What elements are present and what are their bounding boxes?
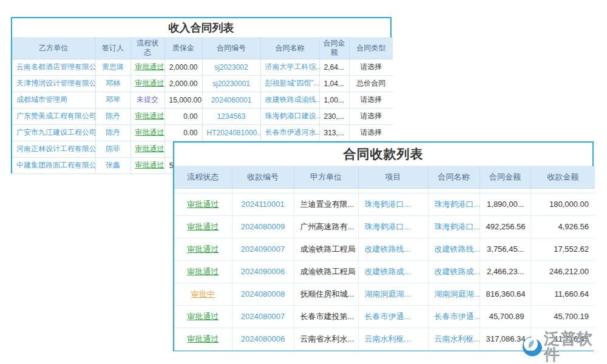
signer-cell[interactable]: 张鑫	[95, 157, 131, 174]
project-cell[interactable]: 改建铁路成...	[358, 260, 428, 283]
table-row: 审批中2024080008抚顺住房和城...湖南洞庭湖...湖南洞庭湖...81…	[174, 283, 595, 305]
status-cell[interactable]: 审批通过	[131, 157, 164, 174]
party-b-cell[interactable]: 河南正林设计工程有限公司	[12, 141, 95, 157]
contract-type-cell[interactable]: 请选择	[349, 124, 393, 141]
contract-no-cell[interactable]: 2024060001	[202, 92, 260, 108]
retention-cell: 2,000.00	[164, 59, 202, 75]
project-cell[interactable]: 珠海鹤港口...	[358, 215, 428, 238]
contract-name-cell[interactable]: 彭祖新城“四馆”...	[260, 75, 319, 92]
empty-cell	[480, 188, 531, 193]
status-cell[interactable]: 审批通过	[131, 141, 164, 157]
col-header-retention: 质保金	[164, 38, 202, 59]
retention-cell: 0.00	[164, 108, 202, 124]
party-b-cell[interactable]: 广东赞美成工程有限公司	[12, 108, 95, 124]
party-b-cell[interactable]: 中建集团路面工程有限公司	[12, 157, 95, 174]
party-b-cell[interactable]: 成都城市管理局	[12, 92, 95, 108]
receipt-no-cell[interactable]: 2024080006	[232, 328, 294, 350]
signer-cell[interactable]: 黄思璐	[95, 59, 131, 75]
receipt-no-cell[interactable]: 2024090007	[232, 238, 294, 260]
col-header-contract-amount: 合同金额	[319, 38, 349, 59]
status-cell[interactable]: 未提交	[131, 92, 164, 108]
page-background: 收入合同列表 乙方单位签订人流程状态质保金合同编号合同名称合同金额合同类型 云南…	[0, 0, 607, 364]
contract-type-cell[interactable]: 总价合同	[349, 75, 393, 92]
retention-cell: 0.00	[164, 124, 202, 141]
brand-name: 泛普软件	[544, 331, 607, 362]
status-cell[interactable]: 审批通过	[131, 124, 164, 141]
contract-name-cell[interactable]: 珠海鹤港口建设...	[260, 108, 319, 124]
contract-amount-cell: 1,890,00...	[480, 193, 531, 215]
project-cell[interactable]: 湖南洞庭湖...	[358, 283, 428, 305]
contract-no-cell[interactable]: sj20230001	[202, 75, 260, 92]
fanpusoft-swoosh-icon	[521, 335, 543, 357]
empty-cell	[428, 188, 480, 193]
status-cell[interactable]: 审批通过	[131, 59, 164, 75]
status-cell[interactable]: 审批通过	[174, 193, 232, 215]
status-cell[interactable]: 审批通过	[174, 215, 232, 238]
receipt-no-cell[interactable]: 2024080007	[232, 305, 294, 328]
project-cell[interactable]: 珠海鹤港口...	[358, 193, 428, 215]
contract-name-cell[interactable]: 云南水利枢...	[428, 328, 480, 350]
signer-cell[interactable]: 陈丹	[95, 124, 131, 141]
contract-amount-cell: 492,256.56	[480, 215, 531, 238]
party-a-cell: 长春市建投第...	[294, 305, 358, 328]
status-cell[interactable]: 审批通过	[131, 108, 164, 124]
contract-amount-cell: 313,...	[319, 124, 349, 141]
receipt-no-cell[interactable]: 2024110001	[232, 193, 294, 215]
party-b-cell[interactable]: 广安市九江建设工程公司	[12, 124, 95, 141]
contract-name-cell[interactable]: 珠海鹤港口...	[428, 193, 480, 215]
contract-name-cell[interactable]: 珠海鹤港口...	[428, 215, 480, 238]
party-b-cell[interactable]: 天津博润设计管理有限公司	[12, 75, 95, 92]
contract-no-cell[interactable]: sj2023002	[202, 59, 260, 75]
party-b-cell[interactable]: 云南名都酒店管理有限公司	[12, 59, 95, 75]
col-header-contract-type: 合同类型	[349, 38, 393, 59]
status-cell[interactable]: 审批通过	[174, 260, 232, 283]
col-header-project: 项目	[358, 166, 428, 188]
contract-type-cell[interactable]: 请选择	[349, 92, 393, 108]
status-cell[interactable]: 审批中	[174, 283, 232, 305]
empty-cell	[358, 188, 428, 193]
receipt-amount-cell: 4,926.56	[531, 215, 595, 238]
contract-no-cell[interactable]: 1234563	[202, 108, 260, 124]
party-a-cell: 兰迪置业有限...	[294, 193, 358, 215]
receipt-no-cell[interactable]: 2024090006	[232, 260, 294, 283]
signer-cell[interactable]: 邓琴	[95, 92, 131, 108]
contract-name-cell[interactable]: 长春市伊通...	[428, 305, 480, 328]
project-cell[interactable]: 改建铁路线...	[358, 238, 428, 260]
contract-name-cell[interactable]: 改建铁路成渝线...	[260, 92, 319, 108]
contract-name-cell[interactable]: 改建铁路成...	[428, 260, 480, 283]
status-cell[interactable]: 审批通过	[131, 75, 164, 92]
contract-payment-table: 流程状态收款编号甲方单位项目合同名称合同金额收款金额 审批通过202411000…	[174, 166, 595, 351]
status-cell[interactable]: 审批通过	[174, 238, 232, 260]
party-a-cell: 抚顺住房和城...	[294, 283, 358, 305]
party-a-cell: 成渝铁路工程局	[294, 238, 358, 260]
contract-amount-cell: 2,466,23...	[480, 260, 531, 283]
status-cell[interactable]: 审批通过	[174, 305, 232, 328]
signer-cell[interactable]: 陈菲	[95, 141, 131, 157]
contract-name-cell[interactable]: 改建铁路线...	[428, 238, 480, 260]
receipt-no-cell[interactable]: 2024080008	[232, 283, 294, 305]
receipt-no-cell[interactable]: 2024080009	[232, 215, 294, 238]
project-cell[interactable]: 长春市伊通...	[358, 305, 428, 328]
table-row: 审批通过2024090006成渝铁路工程局改建铁路成...改建铁路成...2,4…	[174, 260, 595, 283]
table-row: 天津博润设计管理有限公司邓林审批通过2,000.00sj20230001彭祖新城…	[12, 75, 393, 92]
empty-row	[174, 188, 595, 193]
contract-name-cell[interactable]: 湖南洞庭湖...	[428, 283, 480, 305]
signer-cell[interactable]: 邓林	[95, 75, 131, 92]
project-cell[interactable]: 云南水利枢...	[358, 328, 428, 350]
contract-type-cell[interactable]: 请选择	[349, 108, 393, 124]
contract-payment-list-panel: 合同收款列表 流程状态收款编号甲方单位项目合同名称合同金额收款金额 审批通过20…	[173, 141, 594, 351]
contract-name-cell[interactable]: 济南大学工科综...	[260, 59, 319, 75]
contract-name-cell[interactable]: 长春市伊通河水...	[260, 124, 319, 141]
empty-cell	[232, 188, 294, 193]
table-row: 广东赞美成工程有限公司陈丹审批通过0.001234563珠海鹤港口建设...23…	[12, 108, 393, 124]
contract-amount-cell: 3,756,45...	[480, 238, 531, 260]
contract-no-cell[interactable]: HT2024081000...	[202, 124, 260, 141]
signer-cell[interactable]: 陈丹	[95, 108, 131, 124]
contract-type-cell[interactable]: 请选择	[349, 59, 393, 75]
receipt-amount-cell: 11,660.64	[531, 283, 595, 305]
payment-header-row: 流程状态收款编号甲方单位项目合同名称合同金额收款金额	[174, 166, 595, 188]
status-cell[interactable]: 审批通过	[174, 328, 232, 350]
empty-cell	[531, 188, 595, 193]
party-a-cell: 云南省水利水...	[294, 328, 358, 350]
receipt-amount-cell: 17,552.62	[531, 238, 595, 260]
